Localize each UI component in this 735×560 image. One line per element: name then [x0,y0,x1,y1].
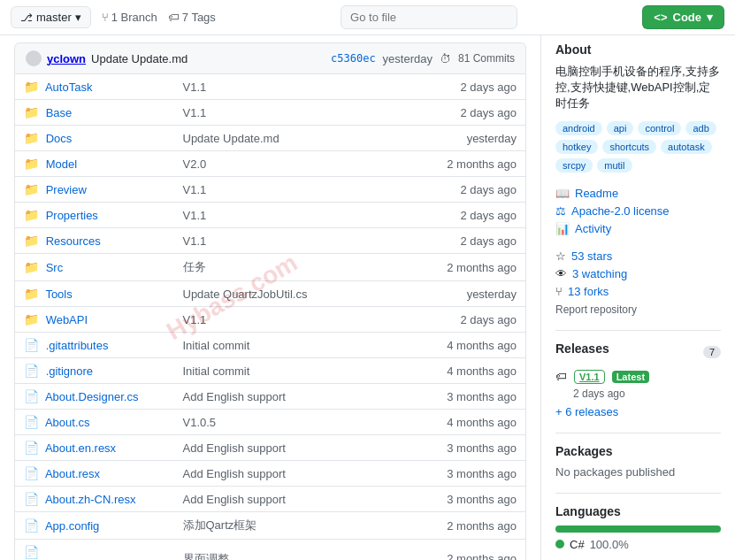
code-button[interactable]: <> Code ▾ [642,5,724,29]
watching-stat: 👁 3 watching [555,267,721,280]
file-name-link[interactable]: Preview [46,183,87,196]
file-message-cell: Initial commit [174,333,429,358]
file-time: 2 days ago [460,81,517,94]
file-name-link[interactable]: Properties [46,209,98,222]
file-message-cell: V1.1 [174,203,429,228]
file-time-cell: 3 months ago [429,461,526,487]
file-name-link[interactable]: App.config [45,519,99,533]
topic-tag[interactable]: api [607,121,634,135]
topic-tag[interactable]: adb [685,121,716,135]
file-message-cell: V1.1 [174,307,429,333]
file-name-link[interactable]: About.zh-CN.resx [45,493,136,506]
table-row: 📁 Properties V1.1 2 days ago [15,203,526,228]
file-name-cell: 📄 About.en.resx [15,435,174,461]
release-time: 2 days ago [555,387,721,400]
table-row: 📁 Src 任务 2 months ago [15,254,526,281]
file-name-link[interactable]: About.resx [45,467,100,480]
star-icon: ☆ [555,249,566,263]
stars-link[interactable]: 53 stars [571,249,612,263]
topic-tag[interactable]: hotkey [555,140,598,154]
topic-tag[interactable]: autotask [661,140,712,154]
file-message-cell: V1.1 [174,100,429,126]
activity-link[interactable]: 📊 Activity [555,222,721,235]
tag-icon: 🏷 [168,11,180,24]
table-row: 📄 .gitignore Initial commit 4 months ago [15,358,526,384]
file-name-link[interactable]: Model [46,157,77,171]
file-name-link[interactable]: Docs [46,132,73,145]
file-name-cell: 📄 About.cs [15,410,174,435]
release-version-link[interactable]: V1.1 [574,370,605,384]
commit-time: yesterday [383,52,433,65]
search-input[interactable] [341,5,517,29]
file-name-link[interactable]: .gitattributes [46,339,109,352]
topic-tag[interactable]: shortcuts [602,140,656,154]
branch-selector[interactable]: ⎇ master ▾ [11,6,91,28]
file-name-cell: 📁 WebAPI [15,307,174,333]
forks-link[interactable]: 13 forks [568,285,609,298]
topic-tag[interactable]: mutil [597,158,632,173]
file-name-link[interactable]: Base [46,106,73,119]
file-message-cell: Update QuartzJobUtil.cs [174,281,429,307]
file-name-link[interactable]: About.en.resx [45,441,116,455]
file-time-cell: 3 months ago [429,384,526,410]
file-message: V1.1 [183,183,207,196]
file-time-cell: 2 days ago [429,228,526,254]
file-time-cell: 2 days ago [429,177,526,203]
top-bar: ⎇ master ▾ ⑂ 1 Branch 🏷 7 Tags <> Code ▾ [0,0,735,35]
file-name-link[interactable]: WebAPI [46,313,88,326]
folder-icon: 📁 [24,182,39,196]
readme-link[interactable]: 📖 Readme [555,187,721,200]
stars-stat: ☆ 53 stars [555,249,721,263]
file-message: V2.0 [183,157,207,171]
file-time-cell: 2 days ago [429,307,526,333]
topic-tag[interactable]: android [555,121,602,135]
file-name-link[interactable]: .gitignore [46,364,93,378]
file-name-link[interactable]: About.Designer.cs [45,390,139,403]
file-icon: 📄 [24,466,39,480]
file-icon: 📄 [24,364,39,378]
file-time-cell: 2 months ago [429,254,526,281]
file-time: 2 months ago [447,261,517,274]
table-row: 📁 WebAPI V1.1 2 days ago [15,307,526,333]
forks-stat: ⑂ 13 forks [555,285,721,298]
file-name-link[interactable]: About.cs [45,416,90,429]
topic-tag[interactable]: control [638,121,681,135]
table-row: 📁 AutoTask V1.1 2 days ago [15,74,526,100]
commit-hash-link[interactable]: c5360ec [331,52,376,65]
file-message-cell: 添加Qartz框架 [174,512,429,540]
file-message-cell: Initial commit [174,358,429,384]
file-icon: 📄 [24,389,39,403]
file-name-link[interactable]: AutoTask [45,81,92,94]
table-row: 📁 Resources V1.1 2 days ago [15,228,526,254]
file-message-cell: Add English support [174,487,429,512]
file-name-cell: 📁 Src [15,254,174,281]
commits-count-link[interactable]: 81 Commits [458,52,515,65]
sidebar-stats: ☆ 53 stars 👁 3 watching ⑂ 13 forks Repor… [555,249,721,316]
table-row: 📄 About.resx Add English support 3 month… [15,461,526,487]
file-message-cell: V1.1 [174,177,429,203]
avatar [26,50,42,66]
table-row: 📄 About.en.resx Add English support 3 mo… [15,435,526,461]
commit-author-link[interactable]: yclown [47,52,86,65]
table-row: 📁 Base V1.1 2 days ago [15,100,526,126]
folder-icon: 📁 [24,80,39,94]
topic-tag[interactable]: srcpy [555,158,593,173]
file-name-cell: 📄 App.config [15,512,174,540]
shield-icon: ⚖ [555,204,566,218]
file-message: V1.1 [183,234,207,248]
file-message: V1.1 [183,106,207,119]
file-time-cell: yesterday [429,126,526,151]
tags-count-link[interactable]: 🏷 7 Tags [168,11,216,24]
file-name-link[interactable]: Src [46,261,64,274]
file-name-link[interactable]: Resources [46,234,101,248]
report-link[interactable]: Report repository [555,303,637,316]
file-table: 📁 AutoTask V1.1 2 days ago 📁 Base V1.1 2… [14,74,526,560]
branch-name: master [36,11,72,24]
branch-count-link[interactable]: ⑂ 1 Branch [102,11,157,24]
watching-link[interactable]: 3 watching [572,267,627,280]
file-name-link[interactable]: Tools [45,288,72,301]
license-link[interactable]: ⚖ Apache-2.0 license [555,204,721,218]
file-time-cell: 2 days ago [429,203,526,228]
more-releases-link[interactable]: + 6 releases [555,405,618,418]
folder-icon: 📁 [24,157,39,171]
